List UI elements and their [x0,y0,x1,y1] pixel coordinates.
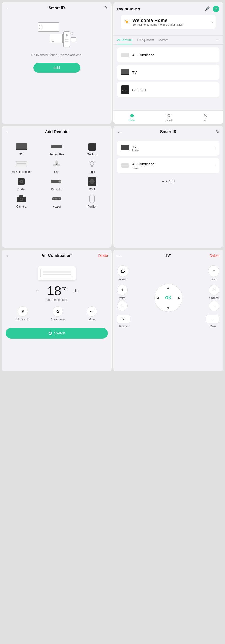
tv-channel-col: + Channel − [209,285,219,311]
house-name[interactable]: my house ▾ [117,6,140,12]
tab-living-room[interactable]: Living Room [137,36,154,44]
ac-category-icon [16,160,27,168]
device-item-ac[interactable]: Air Conditioner [117,47,219,62]
ac-control-title: Air Conditioner° [41,253,72,258]
projector-category-icon [51,177,62,186]
ch-down-btn[interactable]: − [209,301,219,311]
ir-device-tv[interactable]: TV Haier › [117,141,219,156]
remote-cat-tvbox[interactable]: TV Box [76,142,108,156]
temp-increase-button[interactable]: + [74,287,78,294]
device-item-smartir[interactable]: WiFi Smart IR [117,82,219,97]
ir-device-ac[interactable]: Air Conditioner TCL › [117,158,219,173]
smart-ir-list-panel: ← Smart IR ✎ TV Haier › Air Condit [113,126,223,248]
back-button-p5[interactable]: ← [6,253,10,258]
nav-home[interactable]: Home [129,113,135,122]
remote-cat-tv[interactable]: TV [6,142,37,156]
svg-rect-11 [121,53,129,57]
ac-device-image [6,266,108,280]
nav-smart[interactable]: Smart [166,113,172,122]
svg-rect-64 [43,274,71,275]
more-tabs-icon[interactable]: ··· [216,38,219,42]
settop-category-label: Set-top Box [49,153,64,156]
svg-line-21 [170,117,170,117]
header-actions: 🎤 + [204,6,219,12]
add-button[interactable]: add [33,63,80,73]
remote-cat-fan[interactable]: Fan [41,160,72,174]
purifier-category-label: Purifier [88,205,97,208]
svg-text:WiFi: WiFi [122,90,126,92]
back-button-p4[interactable]: ← [117,129,122,134]
tab-all-devices[interactable]: All Devices [117,36,132,44]
mic-icon[interactable]: 🎤 [204,6,210,12]
ac-modes-row: ❄ Mode: cold ✿ Speed: auto ··· More [6,306,108,321]
smart-ir-device-list: TV Haier › Air Conditioner TCL › + + Add [113,138,223,190]
svg-rect-26 [16,143,27,150]
svg-rect-53 [55,198,56,199]
vol-up-btn[interactable]: + [117,285,128,295]
tv-ir-brand: Haier [132,149,212,152]
tv-icon [121,68,129,76]
tv-category-icon [16,142,27,151]
ch-label: Channel [209,296,219,299]
nav-right-icon[interactable]: ▶ [178,296,180,300]
svg-rect-9 [71,38,76,42]
dvd-category-label: DVD [89,188,95,191]
tv-power-btn[interactable]: ⏻ Power [117,266,128,281]
edit-icon-p4[interactable]: ✎ [216,129,219,134]
remote-cat-projector[interactable]: Projector [41,177,72,191]
plus-icon: + [162,179,164,183]
smart-ir-panel: ← Smart IR ✎ [2,2,112,124]
ac-control-panel: ← Air Conditioner° Delete − 18 [2,250,112,372]
bottom-nav: Home Smart Me [113,110,223,124]
projector-category-label: Projector [51,188,62,191]
add-new-device-button[interactable]: + + Add [117,176,219,187]
switch-button[interactable]: ⏻ Switch [6,328,108,339]
svg-point-50 [21,198,22,200]
vol-down-btn[interactable]: − [117,301,128,311]
nav-up-icon[interactable]: ▲ [167,286,170,290]
back-button-p3[interactable]: ← [6,129,10,134]
ch-up-btn[interactable]: + [209,285,219,295]
nav-me[interactable]: Me [203,113,208,122]
tv-more-btn[interactable]: ··· More [206,315,219,328]
temp-decrease-button[interactable]: − [36,287,40,294]
svg-point-4 [66,34,68,36]
remote-cat-settop[interactable]: Set-top Box [41,142,72,156]
mode-cold[interactable]: ❄ Mode: cold [17,306,29,321]
remote-cat-purifier[interactable]: Purifier [76,195,108,208]
remote-cat-dvd[interactable]: DVD [76,177,108,191]
mode-more[interactable]: ··· More [87,306,97,321]
mode-speed[interactable]: ✿ Speed: auto [51,306,65,321]
back-button-p6[interactable]: ← [117,253,122,258]
remote-cat-camera[interactable]: Camera [6,195,37,208]
remote-cat-light[interactable]: Light [76,160,108,174]
svg-rect-14 [121,70,129,74]
svg-point-35 [90,161,94,165]
ok-button[interactable]: OK [165,296,171,300]
nav-left-icon[interactable]: ◀ [156,296,159,300]
tv-nav-circle[interactable]: ▲ ▼ ◀ ▶ OK [154,284,182,312]
tv-middle-controls: + Voice − ▲ ▼ ◀ ▶ OK + Channel − [117,284,219,312]
svg-rect-12 [122,54,129,54]
device-item-tv[interactable]: TV [117,65,219,80]
ac-ir-name: Air Conditioner [132,162,212,166]
remote-cat-ac[interactable]: Air Conditioner [6,160,37,174]
back-button[interactable]: ← [6,6,10,11]
add-remote-title: Add Remote [45,130,68,134]
svg-rect-54 [56,198,57,199]
edit-icon[interactable]: ✎ [104,6,108,10]
more-label: More [210,324,215,328]
chevron-right-ac: › [214,164,215,168]
nav-down-icon[interactable]: ▼ [167,306,170,310]
svg-rect-42 [51,180,59,184]
delete-button-p6[interactable]: Delete [210,254,219,258]
tab-master[interactable]: Master [159,36,168,44]
remote-cat-heater[interactable]: Heater [41,195,72,208]
tv-number-btn[interactable]: 123 Number [117,315,130,328]
add-icon[interactable]: + [213,6,219,12]
delete-button-p5[interactable]: Delete [98,254,108,258]
tv-menu-btn[interactable]: ≡ Menu [208,266,219,281]
mode-more-label: More [89,318,95,321]
welcome-title: Welcome Home [132,18,183,23]
remote-cat-audio[interactable]: Audio [6,177,37,191]
